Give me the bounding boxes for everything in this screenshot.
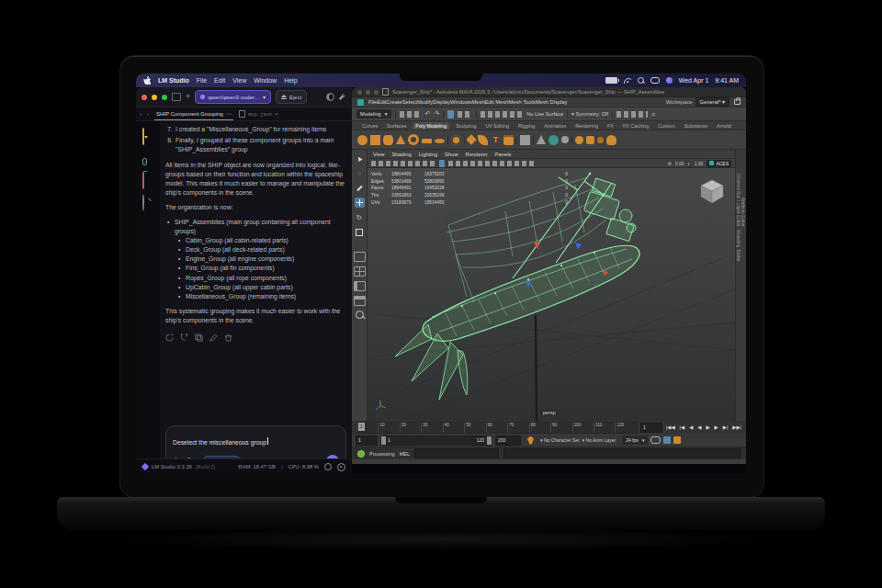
move-tool-icon[interactable] [355, 198, 365, 208]
menubar-item-edit[interactable]: Edit [214, 77, 225, 84]
menubar-item-window[interactable]: Window [254, 77, 277, 84]
maya-menu-item[interactable]: Edit [377, 99, 386, 105]
shelf-material-icon[interactable] [597, 137, 604, 143]
models-folder-icon[interactable] [142, 173, 153, 182]
shelf-sweep-icon[interactable] [466, 134, 476, 144]
menubar-app-name[interactable]: LM Studio [158, 77, 189, 84]
shelf-joint-icon[interactable] [537, 135, 546, 144]
nav-back-icon[interactable]: ‹ [140, 111, 141, 117]
devtools-wrench-icon[interactable] [339, 94, 346, 101]
tab-chat[interactable]: SHIP Component Grouping ⋯ [154, 107, 233, 120]
step-back-key-button[interactable]: |◀ [679, 424, 686, 430]
mel-command-input[interactable] [414, 448, 499, 458]
menubar-item-view[interactable]: View [232, 77, 246, 84]
render-icons[interactable] [616, 111, 648, 118]
lasso-tool-icon[interactable]: ◌ [355, 168, 365, 178]
shelf-tab[interactable]: Custom [655, 122, 678, 130]
shelf-disc-icon[interactable] [435, 139, 445, 143]
shelf-tab[interactable]: Arnold [714, 122, 734, 130]
go-to-end-button[interactable]: ▶▶| [731, 424, 742, 430]
maya-home-icon[interactable] [357, 99, 364, 106]
selection-mode-icons[interactable] [458, 111, 472, 118]
view-transform-selector[interactable]: ACES [707, 160, 731, 167]
maya-menu-item[interactable]: Mesh Display [536, 99, 568, 105]
chat-icon[interactable] [142, 129, 153, 138]
maya-menu-item[interactable]: File [368, 99, 377, 105]
play-forwards-button[interactable]: ▶ [705, 424, 710, 430]
zoom-window-button[interactable] [162, 95, 167, 100]
anim-start-field[interactable]: 1 [356, 435, 378, 446]
panel-menu-item[interactable]: Renderer [466, 152, 488, 157]
viewport-canvas[interactable]: Verts:18804495163752030 Edges:5380146852… [368, 168, 735, 421]
step-forward-key-button[interactable]: ▶| [722, 424, 729, 430]
set-key-icon[interactable] [527, 436, 534, 445]
camera-name-label[interactable]: persp [540, 410, 559, 415]
display-toggle-icons[interactable] [448, 161, 537, 166]
maya-menu-item[interactable]: Mesh [472, 99, 485, 105]
chat-input-box[interactable]: Deselect the miscellaneous group ▴ maya-… [165, 425, 346, 458]
menuset-selector[interactable]: Modeling▾ [356, 109, 391, 119]
redo-icon[interactable]: ↷ [434, 110, 439, 118]
fps-selector[interactable]: 24 fps▾ [622, 435, 648, 445]
shelf-constraint-icon[interactable] [561, 136, 569, 143]
model-selector[interactable]: qwen/qwen3-coder… ▾ [195, 90, 271, 104]
shelf-cone-icon[interactable] [396, 135, 405, 144]
playback-speed-icon[interactable] [650, 436, 661, 444]
snap-icons[interactable] [481, 111, 523, 118]
wifi-icon[interactable] [624, 78, 631, 84]
current-frame-marker[interactable]: 1 [358, 423, 365, 431]
panel-menu-item[interactable]: Panels [495, 152, 512, 157]
copy-icon[interactable] [195, 334, 203, 342]
maya-menu-item[interactable]: Display [433, 99, 450, 105]
regenerate-icon[interactable] [165, 334, 174, 342]
sidebar-toggle-icons[interactable]: ≡ [651, 111, 655, 118]
panel-menu-item[interactable]: View [373, 152, 384, 157]
appearance-toggle-icon[interactable] [326, 93, 334, 101]
shelf-chest-icon[interactable] [503, 135, 514, 145]
shelf-tab[interactable]: Substance [682, 122, 710, 130]
panel-menu-item[interactable]: Show [445, 152, 458, 157]
settings-gear-icon[interactable] [337, 463, 345, 471]
discover-icon[interactable] [142, 195, 153, 204]
layout-four-pane-icon[interactable] [354, 266, 366, 277]
selection-mask-icon[interactable] [447, 110, 454, 119]
shelf-render-icon[interactable] [606, 135, 616, 145]
tab-options-icon[interactable]: ⋯ [226, 110, 232, 117]
live-surface-label[interactable]: No Live Surface [526, 111, 563, 117]
battery-icon[interactable] [605, 77, 617, 84]
lock-icon[interactable] [734, 99, 741, 105]
gamma-icon[interactable]: ◐ [688, 161, 691, 166]
rotate-tool-icon[interactable]: ↻ [355, 212, 365, 222]
developer-icon[interactable]: › [142, 151, 153, 160]
shelf-platonic-icon[interactable] [451, 135, 461, 145]
help-line-field[interactable] [503, 448, 741, 458]
close-tab-icon[interactable]: × [275, 111, 277, 118]
menubar-item-help[interactable]: Help [284, 77, 297, 84]
step-forward-frame-button[interactable]: ▶ [714, 424, 719, 430]
edit-icon[interactable] [209, 334, 218, 342]
menubar-item-file[interactable]: File [197, 77, 207, 84]
layout-single-icon[interactable] [354, 252, 366, 262]
tab-mcp-json[interactable]: mcp.json × [239, 110, 278, 118]
shelf-plane-icon[interactable] [422, 139, 432, 143]
range-end-handle[interactable] [487, 436, 492, 445]
symmetry-selector[interactable]: ▾ Symmetry: Off [571, 111, 608, 117]
shelf-tab[interactable]: Curves [359, 122, 380, 130]
layout-outliner-icon[interactable] [354, 296, 366, 306]
exposure-value[interactable]: 0.00 [675, 161, 684, 166]
chat-input[interactable]: Deselect the miscellaneous group [173, 439, 266, 446]
range-slider[interactable]: 1 120 [380, 435, 492, 446]
shelf-tab[interactable]: Rendering [572, 122, 601, 130]
shelf-type-icon[interactable]: T [491, 135, 501, 145]
shelf-tab[interactable]: Poly Modeling [413, 122, 449, 130]
auto-key-icon[interactable] [663, 436, 671, 444]
gamma-value[interactable]: 1.00 [695, 161, 704, 166]
spotlight-icon[interactable] [638, 77, 644, 84]
shelf-tab[interactable]: FX Caching [620, 122, 651, 130]
maya-zoom-button[interactable] [374, 90, 379, 95]
maya-menu-item[interactable]: Edit Mesh [485, 99, 509, 105]
character-set-selector[interactable]: ▾ No Character Set [540, 437, 580, 443]
user-icon[interactable] [324, 463, 332, 470]
select-tool-icon[interactable]: ▲ [355, 153, 365, 164]
scale-tool-icon[interactable] [355, 227, 365, 237]
